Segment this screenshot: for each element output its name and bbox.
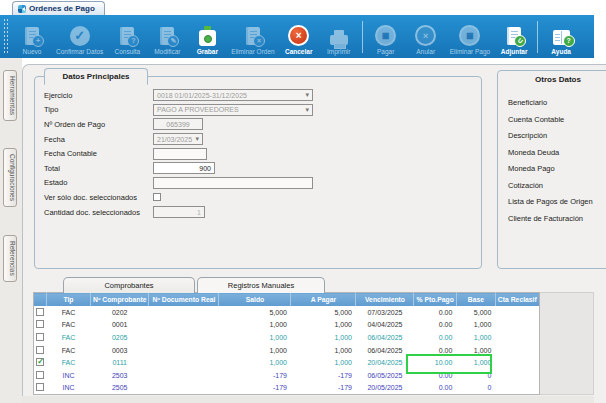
- col-header-checkbox: [34, 293, 47, 307]
- sidebar-tab-herramientas[interactable]: Herramientas: [3, 70, 17, 121]
- cantidad-input[interactable]: 1: [153, 206, 205, 218]
- field-row-estado: Estado: [44, 176, 474, 191]
- sidebar-tab-configuraciones[interactable]: Configuraciones: [3, 148, 17, 207]
- query-document-icon: ?: [120, 23, 134, 48]
- footer-strip: [22, 396, 594, 403]
- field-row-cantidad: Cantidad doc. seleccionados 1: [44, 205, 474, 220]
- col-header-comprobante[interactable]: Nº Comprobante: [91, 293, 149, 307]
- window-tab-ordenes-de-pago[interactable]: Ordenes de Pago: [12, 1, 105, 15]
- row-checkbox[interactable]: [36, 320, 44, 328]
- confirmar-datos-button[interactable]: ✓ Confirmar Datos: [52, 15, 107, 58]
- grabar-button[interactable]: Grabar: [187, 15, 227, 58]
- nuevo-button[interactable]: + Nuevo: [12, 15, 52, 58]
- field-row-ejercicio: Ejercicio 0018 01/01/2025-31/12/2025▾: [44, 88, 474, 103]
- field-row-ver-solo: Ver sólo doc. seleccionados: [44, 190, 474, 205]
- label-cuenta-contable: Cuenta Contable: [508, 115, 606, 124]
- void-icon: ×: [415, 23, 436, 48]
- toolbar-separator: [537, 21, 538, 53]
- row-checkbox[interactable]: [36, 333, 44, 341]
- otros-datos-labels: Beneficiario Cuenta Contable Descripción…: [498, 84, 606, 223]
- toolbar-separator: [362, 21, 363, 53]
- tab-comprobantes[interactable]: Comprobantes: [63, 277, 195, 293]
- table-row[interactable]: FAC0001 1,0001,00004/04/2025 0.001,000: [34, 319, 540, 332]
- otros-datos-title: Otros Datos: [498, 71, 606, 84]
- save-icon: [199, 23, 216, 48]
- nro-orden-input[interactable]: 065399: [153, 118, 203, 130]
- toolbar: + Nuevo ✓ Confirmar Datos ? Consulta ✎ M…: [0, 15, 594, 58]
- table-row[interactable]: FAC0205 1,0001,00006/04/2025 0.001,000: [34, 331, 540, 344]
- consulta-button[interactable]: ? Consulta: [107, 15, 147, 58]
- new-document-icon: +: [25, 23, 39, 48]
- ver-solo-checkbox[interactable]: [153, 193, 161, 201]
- highlight-box: [406, 354, 492, 374]
- ejercicio-select[interactable]: 0018 01/01/2025-31/12/2025▾: [153, 89, 313, 101]
- app-window: Ordenes de Pago + Nuevo ✓ Confirmar Dato…: [0, 0, 606, 403]
- otros-datos-groupbox: Otros Datos Beneficiario Cuenta Contable…: [497, 70, 606, 269]
- app-icon: [18, 5, 26, 13]
- anular-button[interactable]: × Anular: [406, 15, 446, 58]
- imprimir-button[interactable]: Imprimir: [319, 15, 359, 58]
- left-sidebar: Herramientas Configuraciones Referencias: [0, 58, 22, 403]
- label-cotizacion: Cotización: [508, 181, 606, 190]
- row-checkbox[interactable]: [36, 371, 44, 379]
- field-row-tipo: Tipo PAGO A PROVEEDORES▾: [44, 103, 474, 118]
- table-row[interactable]: INC2505 -179-17920/05/2025 0.000: [34, 382, 540, 395]
- fecha-datepicker[interactable]: 21/03/2025▾: [153, 133, 203, 145]
- row-checkbox[interactable]: [36, 383, 44, 391]
- col-header-tip[interactable]: Tip: [47, 293, 91, 307]
- col-header-vencimiento[interactable]: Vencimiento: [356, 293, 414, 307]
- field-row-nro-orden: Nº Orden de Pago 065399: [44, 117, 474, 132]
- row-checkbox[interactable]: [36, 346, 44, 354]
- label-cliente-facturacion: Cliente de Facturación: [508, 214, 606, 223]
- field-row-total: Total 900: [44, 161, 474, 176]
- tipo-select[interactable]: PAGO A PROVEEDORES▾: [153, 104, 313, 116]
- field-row-fecha-contable: Fecha Contable: [44, 146, 474, 161]
- eliminar-pago-button[interactable]: ▦ Eliminar Pago: [446, 15, 494, 58]
- label-beneficiario: Beneficiario: [508, 98, 606, 107]
- toolbar-grip[interactable]: [3, 18, 9, 55]
- adjuntar-button[interactable]: ∪ Adjuntar: [494, 15, 534, 58]
- col-header-a-pagar[interactable]: A Pagar: [291, 293, 356, 307]
- col-header-pto-pago[interactable]: % Pto.Pago: [414, 293, 456, 307]
- pay-icon: ▦: [375, 23, 396, 48]
- chevron-down-icon: ▾: [305, 106, 309, 114]
- row-checkbox[interactable]: [36, 358, 44, 366]
- modificar-button[interactable]: ✎ Modificar: [147, 15, 187, 58]
- confirm-check-icon: ✓: [70, 23, 90, 48]
- tab-registros-manuales[interactable]: Registros Manuales: [197, 277, 325, 293]
- field-row-fecha: Fecha 21/03/2025▾: [44, 132, 474, 147]
- label-lista-pagos-origen: Lista de Pagos de Origen: [508, 197, 606, 206]
- delete-payment-icon: ▦: [459, 23, 480, 48]
- tab-datos-principales[interactable]: Datos Principales: [44, 68, 148, 85]
- edit-document-icon: ✎: [160, 23, 174, 48]
- print-icon: [330, 23, 348, 48]
- cancelar-button[interactable]: × Cancelar: [279, 15, 319, 58]
- sidebar-tab-referencias[interactable]: Referencias: [3, 235, 17, 282]
- table-header-row: Tip Nº Comprobante Nº Documento Real Sal…: [34, 293, 540, 307]
- col-header-base[interactable]: Base: [456, 293, 495, 307]
- window-tab-strip: Ordenes de Pago: [0, 0, 606, 15]
- comprobantes-table: Tip Nº Comprobante Nº Documento Real Sal…: [33, 292, 540, 395]
- eliminar-orden-button[interactable]: × Eliminar Orden: [227, 15, 278, 58]
- attach-icon: ∪: [507, 23, 521, 48]
- col-header-documento-real[interactable]: Nº Documento Real: [149, 293, 219, 307]
- total-input[interactable]: 900: [153, 162, 215, 174]
- col-header-saldo[interactable]: Saldo: [219, 293, 291, 307]
- help-icon: ?: [553, 23, 570, 48]
- row-checkbox[interactable]: [36, 308, 44, 316]
- window-tab-title: Ordenes de Pago: [29, 4, 95, 13]
- fecha-contable-input[interactable]: [153, 148, 207, 160]
- datos-principales-form: Ejercicio 0018 01/01/2025-31/12/2025▾ Ti…: [44, 88, 474, 219]
- delete-document-icon: ×: [246, 23, 260, 48]
- ayuda-button[interactable]: ? Ayuda: [541, 15, 581, 58]
- label-descripcion: Descripción: [508, 131, 606, 140]
- chevron-down-icon: ▾: [305, 91, 309, 99]
- estado-input[interactable]: [153, 177, 313, 189]
- table-row[interactable]: FAC0202 5,0005,00007/03/2025 0.005,000: [34, 306, 540, 319]
- grid-empty-area: [531, 292, 594, 395]
- cancel-icon: ×: [288, 23, 309, 48]
- label-moneda-deuda: Moneda Deuda: [508, 148, 606, 157]
- col-header-cta-reclasif[interactable]: Cta Reclasif: [495, 293, 539, 307]
- pagar-button[interactable]: ▦ Pagar: [366, 15, 406, 58]
- chevron-down-icon: ▾: [195, 135, 199, 143]
